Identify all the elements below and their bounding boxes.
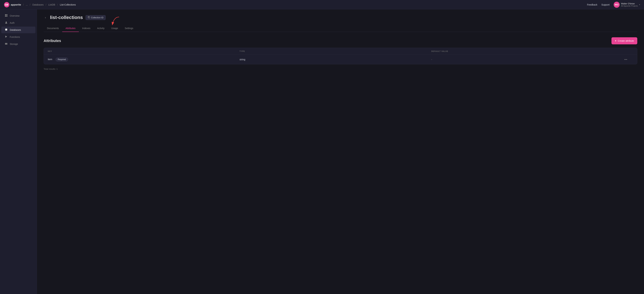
sidebar-item-auth-label: Auth bbox=[10, 22, 14, 24]
user-info: Walter O'brian All Appwrite Projects bbox=[621, 2, 638, 7]
sidebar: Overview Auth Databases Functions bbox=[0, 10, 37, 294]
create-attribute-button[interactable]: + Create attribute bbox=[612, 37, 637, 44]
dot-1 bbox=[624, 59, 625, 60]
section-header: Attributes + Create attribute bbox=[44, 37, 637, 44]
table-row: item Required string - bbox=[44, 55, 637, 64]
sidebar-item-storage[interactable]: Storage bbox=[1, 41, 36, 47]
topbar-left: appwrite / ... / Databases / ListDB / Li… bbox=[4, 2, 76, 8]
sidebar-item-overview-label: Overview bbox=[10, 15, 20, 17]
svg-point-14 bbox=[7, 43, 7, 44]
attributes-table: KEY TYPE DEFAULT VALUE item Required str… bbox=[44, 48, 637, 64]
total-results: Total results: 1 bbox=[44, 68, 637, 70]
collection-id-label: Collection ID bbox=[91, 16, 104, 19]
feedback-button[interactable]: Feedback bbox=[587, 3, 597, 6]
sidebar-item-storage-label: Storage bbox=[10, 43, 18, 45]
svg-rect-2 bbox=[7, 4, 8, 4]
dot-3 bbox=[626, 59, 627, 60]
tab-activity[interactable]: Activity bbox=[94, 25, 108, 32]
breadcrumb-databases[interactable]: Databases bbox=[32, 3, 44, 6]
sidebar-item-databases-label: Databases bbox=[10, 29, 21, 31]
svg-marker-11 bbox=[5, 36, 7, 38]
user-project: All Appwrite Projects bbox=[621, 5, 638, 7]
svg-rect-6 bbox=[6, 14, 8, 15]
breadcrumb-ellipsis[interactable]: ... bbox=[26, 3, 28, 6]
tabs: Documents Attributes Indexes Activity Us… bbox=[44, 25, 637, 32]
tab-documents[interactable]: Documents bbox=[44, 25, 62, 32]
tab-usage[interactable]: Usage bbox=[108, 25, 121, 32]
create-attribute-label: Create attribute bbox=[618, 40, 634, 42]
plus-icon: + bbox=[615, 39, 616, 42]
logo-icon bbox=[4, 2, 10, 8]
collection-id-badge[interactable]: Collection ID bbox=[86, 15, 106, 20]
dot-2 bbox=[626, 59, 626, 60]
databases-icon bbox=[5, 28, 8, 32]
svg-rect-4 bbox=[7, 5, 8, 6]
sidebar-item-functions-label: Functions bbox=[10, 36, 20, 38]
chevron-down-icon: ▾ bbox=[639, 4, 640, 6]
svg-point-15 bbox=[7, 44, 7, 44]
tab-container: Documents Attributes Indexes Activity Us… bbox=[44, 25, 637, 32]
topbar-right: Feedback Support WO Walter O'brian All A… bbox=[587, 2, 640, 8]
breadcrumb-list-collections[interactable]: List-Collections bbox=[60, 3, 76, 6]
breadcrumb-sep-4: / bbox=[57, 3, 58, 6]
col-key-header: KEY bbox=[48, 50, 240, 52]
required-badge: Required bbox=[56, 57, 68, 62]
user-avatar: WO bbox=[614, 2, 620, 8]
back-button[interactable]: ‹ bbox=[44, 15, 47, 20]
page-header: ‹ list-collections Collection ID bbox=[44, 15, 637, 20]
tab-settings[interactable]: Settings bbox=[122, 25, 137, 32]
tab-attributes[interactable]: Attributes bbox=[62, 25, 79, 32]
breadcrumb-listdb[interactable]: ListDB bbox=[48, 3, 55, 6]
table-header: KEY TYPE DEFAULT VALUE bbox=[44, 48, 637, 55]
storage-icon bbox=[5, 42, 8, 46]
auth-icon bbox=[5, 21, 8, 25]
user-dropdown[interactable]: WO Walter O'brian All Appwrite Projects … bbox=[614, 2, 640, 8]
cell-type: string bbox=[240, 58, 431, 61]
topbar: appwrite / ... / Databases / ListDB / Li… bbox=[0, 0, 644, 10]
col-default-header: DEFAULT VALUE bbox=[431, 50, 623, 52]
breadcrumb-sep-3: / bbox=[46, 3, 46, 6]
svg-rect-7 bbox=[5, 16, 6, 17]
attributes-section-title: Attributes bbox=[44, 39, 61, 43]
logo-text: appwrite bbox=[11, 3, 21, 6]
sidebar-item-databases[interactable]: Databases bbox=[1, 27, 36, 33]
user-name: Walter O'brian bbox=[621, 2, 638, 5]
svg-rect-5 bbox=[5, 14, 6, 15]
tab-indexes[interactable]: Indexes bbox=[79, 25, 94, 32]
svg-point-9 bbox=[6, 22, 7, 23]
cell-key: item Required bbox=[48, 57, 240, 62]
col-type-header: TYPE bbox=[240, 50, 431, 52]
svg-point-1 bbox=[6, 4, 6, 5]
breadcrumb-sep-2: / bbox=[30, 3, 30, 6]
copy-icon bbox=[88, 16, 90, 19]
breadcrumb-sep-1: / bbox=[23, 3, 24, 6]
row-more-button[interactable] bbox=[623, 58, 628, 61]
col-actions-header bbox=[623, 50, 633, 52]
svg-rect-3 bbox=[7, 5, 8, 5]
cell-default-value: - bbox=[431, 58, 623, 61]
logo[interactable]: appwrite bbox=[4, 2, 21, 8]
sidebar-item-auth[interactable]: Auth bbox=[1, 20, 36, 26]
cell-actions bbox=[623, 58, 633, 61]
overview-icon bbox=[5, 14, 8, 18]
page-title: list-collections bbox=[50, 15, 83, 20]
sidebar-item-overview[interactable]: Overview bbox=[1, 13, 36, 19]
sidebar-item-functions[interactable]: Functions bbox=[1, 34, 36, 40]
svg-rect-16 bbox=[88, 17, 90, 18]
main-content: ‹ list-collections Collection ID Docume bbox=[37, 10, 644, 294]
svg-rect-8 bbox=[6, 16, 8, 17]
support-button[interactable]: Support bbox=[602, 3, 610, 6]
functions-icon bbox=[5, 35, 8, 39]
key-value: item bbox=[48, 58, 52, 61]
